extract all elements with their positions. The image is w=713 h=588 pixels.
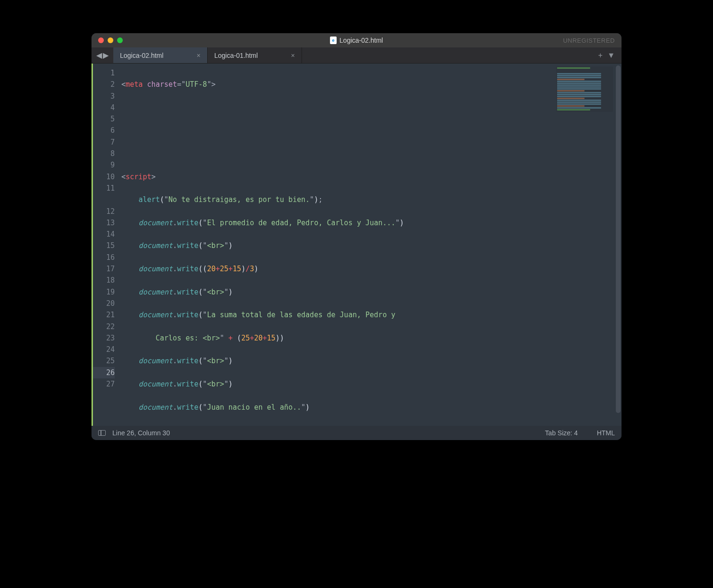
line-number: 9 <box>93 159 115 171</box>
line-number: 10 <box>93 171 115 183</box>
close-tab-icon[interactable]: × <box>291 52 295 59</box>
code-line: Carlos es: <br>" + (25+20+15)) <box>121 332 622 344</box>
line-number: 8 <box>93 148 115 159</box>
syntax-selector[interactable]: HTML <box>597 429 615 437</box>
line-number: 12 <box>93 206 115 217</box>
tab-label: Logica-02.html <box>120 52 164 59</box>
line-number: 2 <box>93 79 115 90</box>
line-number: 15 <box>93 240 115 251</box>
line-number: 22 <box>93 321 115 332</box>
maximize-window-button[interactable] <box>117 37 123 43</box>
file-icon <box>330 37 337 44</box>
tabbar-actions: + ▼ <box>598 47 622 63</box>
code-line: alert("No te distraigas, es por tu bien.… <box>121 194 622 205</box>
code-line <box>121 148 622 159</box>
code-line: document.write("La suma total de las eda… <box>121 309 622 321</box>
line-number: 19 <box>93 286 115 298</box>
line-number-gutter: 1 2 3 4 5 6 7 8 9 10 11 12 13 14 15 16 1… <box>93 64 119 426</box>
minimap[interactable] <box>556 66 613 112</box>
code-line: document.write("El promedio de edad, Ped… <box>121 217 622 229</box>
titlebar: Logica-02.html UNREGISTERED <box>91 33 622 47</box>
code-line: document.write("<br>") <box>121 286 622 298</box>
tab-logica-02[interactable]: Logica-02.html × <box>113 47 208 63</box>
line-number: 20 <box>93 298 115 309</box>
code-line <box>121 125 622 136</box>
line-number: 7 <box>93 137 115 148</box>
code-line: document.write("<br>") <box>121 424 622 426</box>
nav-arrows: ◀ ▶ <box>91 47 113 63</box>
tab-bar: ◀ ▶ Logica-02.html × Logica-01.html × + … <box>91 47 622 64</box>
line-number: 23 <box>93 332 115 344</box>
line-number: 24 <box>93 344 115 355</box>
line-number: 16 <box>93 252 115 263</box>
line-number <box>93 194 115 205</box>
editor-window: Logica-02.html UNREGISTERED ◀ ▶ Logica-0… <box>91 33 622 440</box>
line-number: 4 <box>93 102 115 113</box>
traffic-lights <box>91 37 123 43</box>
line-number: 6 <box>93 125 115 136</box>
line-number: 21 <box>93 309 115 321</box>
code-line: document.write("<br>") <box>121 378 622 390</box>
code-line: document.write("<br>") <box>121 355 622 367</box>
nav-forward-icon[interactable]: ▶ <box>103 51 109 60</box>
line-number: 11 <box>93 183 115 194</box>
close-tab-icon[interactable]: × <box>197 52 201 59</box>
line-number: 27 <box>93 378 115 390</box>
line-number: 17 <box>93 263 115 275</box>
code-line: document.write((20+25+15)/3) <box>121 263 622 275</box>
code-line: document.write("<br>") <box>121 240 622 251</box>
editor-area: 1 2 3 4 5 6 7 8 9 10 11 12 13 14 15 16 1… <box>91 64 622 426</box>
window-title: Logica-02.html <box>330 37 383 44</box>
new-tab-icon[interactable]: + <box>598 51 603 60</box>
close-window-button[interactable] <box>98 37 104 43</box>
line-number: 18 <box>93 275 115 286</box>
line-number: 14 <box>93 229 115 240</box>
line-number: 25 <box>93 355 115 367</box>
code-editor[interactable]: <meta charset="UTF-8"> <script> alert("N… <box>119 64 622 426</box>
line-number: 3 <box>93 91 115 102</box>
line-number: 13 <box>93 217 115 229</box>
vertical-scrollbar[interactable] <box>616 65 621 413</box>
line-number: 5 <box>93 113 115 125</box>
code-line <box>121 102 622 113</box>
tab-label: Logica-01.html <box>214 52 258 59</box>
unregistered-label: UNREGISTERED <box>563 37 615 44</box>
cursor-position[interactable]: Line 26, Column 30 <box>112 429 170 437</box>
status-bar: Line 26, Column 30 Tab Size: 4 HTML <box>91 426 622 440</box>
tab-size-selector[interactable]: Tab Size: 4 <box>545 429 578 437</box>
panel-toggle-icon[interactable] <box>98 430 106 436</box>
line-number: 1 <box>93 67 115 79</box>
tab-logica-01[interactable]: Logica-01.html × <box>208 47 302 63</box>
window-title-text: Logica-02.html <box>339 37 383 44</box>
code-line: <script> <box>121 171 622 183</box>
nav-back-icon[interactable]: ◀ <box>96 51 102 60</box>
line-number: 26 <box>93 367 115 378</box>
code-line: <meta charset="UTF-8"> <box>121 79 622 90</box>
code-line: document.write("Juan nacio en el año..") <box>121 402 622 413</box>
tab-menu-icon[interactable]: ▼ <box>607 51 615 60</box>
minimize-window-button[interactable] <box>108 37 113 43</box>
